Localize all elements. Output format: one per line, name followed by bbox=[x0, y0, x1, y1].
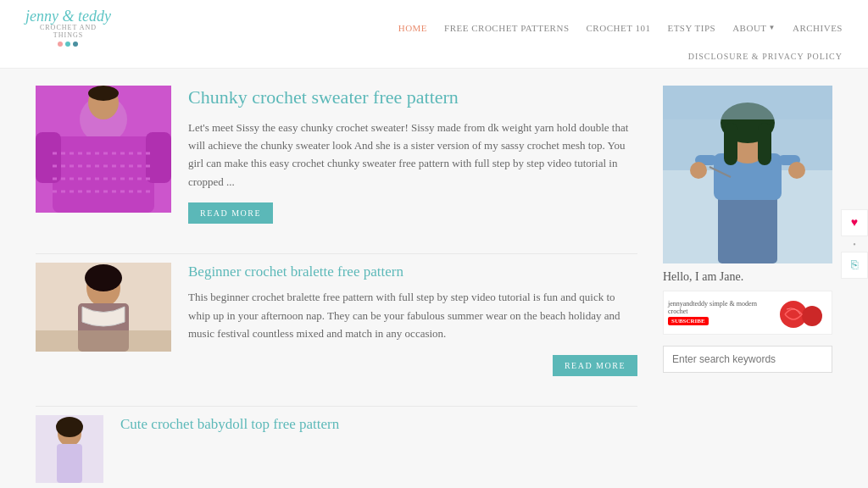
logo-dot-3 bbox=[73, 42, 78, 47]
author-svg bbox=[663, 86, 832, 263]
post-chunky-sweater-content: Chunky crochet sweater free pattern Let'… bbox=[188, 86, 637, 224]
post-bralette-content: Beginner crochet bralette free pattern T… bbox=[188, 263, 637, 375]
nav-crochet-101[interactable]: CROCHET 101 bbox=[587, 23, 651, 33]
post-babydoll-image bbox=[36, 415, 103, 483]
svg-point-31 bbox=[788, 162, 805, 179]
svg-point-19 bbox=[56, 417, 83, 437]
main-container: Chunky crochet sweater free pattern Let'… bbox=[19, 69, 849, 488]
action-dot: • bbox=[841, 240, 868, 248]
sidebar-hello-text: Hello, I am Jane. bbox=[663, 270, 832, 284]
svg-rect-18 bbox=[57, 444, 82, 483]
youtube-channel-info: jennyandteddy simple & modern crochet SU… bbox=[668, 300, 772, 325]
post-bralette: Beginner crochet bralette free pattern T… bbox=[36, 263, 637, 375]
post-babydoll-content: Cute crochet babydoll top free pattern bbox=[120, 415, 637, 441]
post-babydoll: Cute crochet babydoll top free pattern bbox=[36, 415, 637, 483]
svg-rect-10 bbox=[88, 86, 119, 101]
sidebar-author-image bbox=[663, 86, 832, 263]
content-area: Chunky crochet sweater free pattern Let'… bbox=[36, 86, 637, 488]
post-chunky-sweater-image bbox=[36, 86, 171, 213]
nav-about-wrapper[interactable]: ABOUT ▼ bbox=[732, 23, 776, 33]
babydoll-svg bbox=[36, 415, 103, 483]
side-actions: ♥ • ⎘ bbox=[841, 209, 868, 279]
youtube-channel-label: jennyandteddy simple & modern crochet bbox=[668, 300, 772, 315]
sidebar: Hello, I am Jane. jennyandteddy simple &… bbox=[663, 86, 832, 488]
logo-text-sub2: THINGS bbox=[53, 31, 83, 39]
svg-rect-3 bbox=[36, 132, 61, 183]
youtube-subscribe-btn[interactable]: SUBSCRIBE bbox=[668, 317, 709, 325]
chunky-sweater-svg bbox=[36, 86, 171, 213]
site-header: jenny & teddy CROCHET AND THINGS HOME FR… bbox=[0, 0, 868, 69]
svg-point-30 bbox=[690, 162, 707, 179]
svg-rect-33 bbox=[663, 86, 832, 119]
site-logo[interactable]: jenny & teddy CROCHET AND THINGS bbox=[25, 8, 111, 47]
logo-text-sub: CROCHET AND bbox=[40, 24, 97, 31]
post-babydoll-title: Cute crochet babydoll top free pattern bbox=[120, 415, 637, 434]
favorite-button[interactable]: ♥ bbox=[841, 209, 868, 236]
main-nav: HOME FREE CROCHET PATTERNS CROCHET 101 E… bbox=[398, 23, 843, 33]
bralette-svg bbox=[36, 263, 171, 352]
post-chunky-sweater: Chunky crochet sweater free pattern Let'… bbox=[36, 86, 637, 224]
yarn-decoration-svg bbox=[776, 296, 827, 330]
nav-archives[interactable]: ARCHIVES bbox=[793, 23, 843, 33]
svg-rect-27 bbox=[758, 123, 771, 165]
share-icon: ⎘ bbox=[851, 258, 858, 272]
divider-1 bbox=[36, 253, 637, 254]
logo-text-main: jenny & teddy bbox=[25, 8, 111, 24]
post-bralette-read-more[interactable]: READ MORE bbox=[553, 355, 637, 376]
logo-dot-2 bbox=[65, 42, 70, 47]
sidebar-search-input[interactable] bbox=[663, 346, 832, 373]
post-bralette-title: Beginner crochet bralette free pattern bbox=[188, 263, 637, 281]
post-chunky-sweater-title: Chunky crochet sweater free pattern bbox=[188, 86, 637, 110]
heart-icon: ♥ bbox=[851, 216, 858, 230]
svg-rect-4 bbox=[146, 132, 171, 183]
svg-point-35 bbox=[802, 306, 822, 326]
post-bralette-image bbox=[36, 263, 171, 352]
post-chunky-sweater-read-more[interactable]: READ MORE bbox=[188, 202, 273, 224]
nav-about[interactable]: ABOUT bbox=[732, 23, 766, 33]
logo-dot-1 bbox=[58, 42, 63, 47]
youtube-banner[interactable]: jennyandteddy simple & modern crochet SU… bbox=[663, 291, 832, 335]
nav-etsy-tips[interactable]: ETSY TIPS bbox=[667, 23, 715, 33]
svg-rect-26 bbox=[724, 123, 737, 165]
divider-2 bbox=[36, 406, 637, 407]
share-button[interactable]: ⎘ bbox=[841, 252, 868, 279]
svg-rect-2 bbox=[53, 136, 154, 213]
svg-rect-15 bbox=[36, 330, 171, 352]
nav-disclosure-privacy[interactable]: DISCLOSURE & PRIVACY POLICY bbox=[688, 52, 843, 61]
about-dropdown-arrow: ▼ bbox=[769, 24, 776, 31]
nav-free-crochet-patterns[interactable]: FREE CROCHET PATTERNS bbox=[444, 23, 569, 33]
nav-home[interactable]: HOME bbox=[398, 23, 427, 33]
post-chunky-sweater-excerpt: Let's meet Sissy the easy chunky crochet… bbox=[188, 119, 637, 191]
svg-point-14 bbox=[85, 264, 122, 291]
post-bralette-excerpt: This beginner crochet bralette free patt… bbox=[188, 288, 637, 342]
